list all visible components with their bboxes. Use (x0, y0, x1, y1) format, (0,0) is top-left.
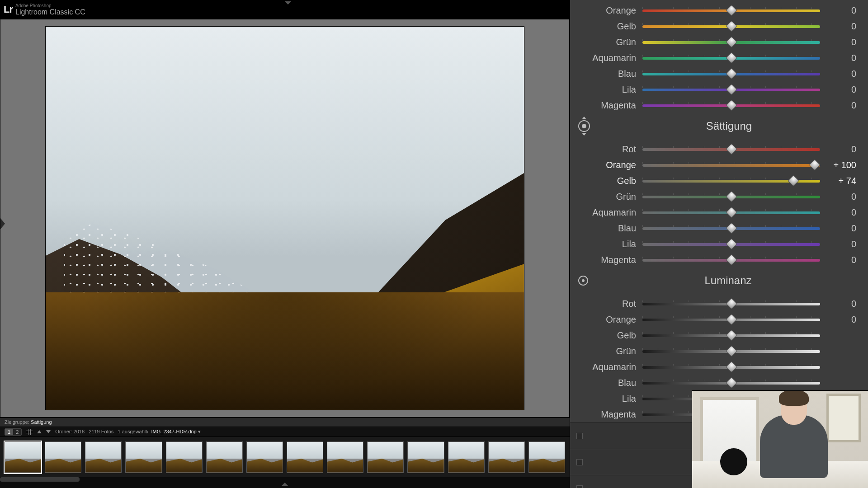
slider-track[interactable] (642, 334, 820, 337)
slider-track[interactable] (642, 9, 820, 12)
slider-value[interactable]: 0 (820, 84, 856, 95)
filmstrip-thumb[interactable] (45, 441, 81, 473)
slider-value[interactable]: 0 (820, 53, 856, 63)
slider-track[interactable] (642, 382, 820, 385)
bottom-panel-collapse-icon[interactable] (0, 482, 570, 488)
filmstrip-thumb[interactable] (367, 441, 404, 473)
slider-thumb[interactable] (726, 52, 737, 63)
filmstrip-thumb[interactable] (206, 441, 243, 473)
panel-toggle-icon[interactable] (576, 485, 583, 488)
slider-value[interactable]: + 100 (820, 160, 856, 170)
slider-track[interactable] (642, 73, 820, 75)
status-prefix: Zielgruppe: (5, 419, 29, 425)
slider-thumb[interactable] (788, 175, 799, 186)
slider-thumb[interactable] (726, 143, 737, 155)
slider-thumb[interactable] (726, 68, 737, 79)
slider-track[interactable] (642, 303, 820, 305)
slider-thumb[interactable] (726, 238, 737, 249)
filmstrip-thumb[interactable] (448, 441, 485, 473)
filmstrip-thumb[interactable] (528, 441, 565, 473)
slider-track[interactable] (642, 227, 820, 230)
slider-thumb[interactable] (726, 20, 737, 32)
sort-asc-icon[interactable] (37, 430, 42, 433)
hue-slider-blau: Blau0 (570, 66, 868, 82)
filmstrip-thumb[interactable] (246, 441, 283, 473)
view-segment[interactable]: 1 2 (5, 428, 22, 436)
slider-track[interactable] (642, 25, 820, 28)
slider-value[interactable]: 0 (820, 207, 856, 218)
filmstrip-thumb[interactable] (488, 441, 525, 473)
slider-value[interactable]: 0 (820, 21, 856, 32)
slider-thumb[interactable] (726, 5, 737, 16)
filmstrip-thumb[interactable] (5, 441, 41, 473)
slider-value[interactable]: 0 (820, 37, 856, 47)
slider-track[interactable] (642, 180, 820, 183)
view-seg-2[interactable]: 2 (13, 429, 21, 435)
slider-track[interactable] (642, 164, 820, 167)
slider-value[interactable]: 0 (820, 239, 856, 249)
slider-value[interactable]: 0 (820, 314, 856, 325)
slider-value[interactable]: 0 (820, 5, 856, 16)
panel-toggle-icon[interactable] (576, 433, 583, 439)
slider-thumb[interactable] (726, 314, 737, 325)
saturation-slider-grün: Grün0 (570, 189, 868, 205)
top-panel-collapse-icon[interactable] (285, 1, 291, 5)
slider-value[interactable]: 0 (820, 255, 856, 265)
slider-value[interactable]: 0 (820, 100, 856, 111)
slider-label: Lila (570, 239, 642, 249)
filmstrip-thumb[interactable] (407, 441, 444, 473)
filmstrip-thumb[interactable] (125, 441, 162, 473)
slider-thumb[interactable] (726, 36, 737, 47)
slider-thumb[interactable] (726, 191, 737, 202)
slider-track[interactable] (642, 57, 820, 60)
filmstrip-thumb[interactable] (166, 441, 203, 473)
slider-thumb[interactable] (726, 361, 737, 372)
slider-track[interactable] (642, 350, 820, 353)
slider-track[interactable] (642, 211, 820, 214)
slider-track[interactable] (642, 41, 820, 44)
filmstrip[interactable] (0, 436, 570, 477)
slider-label: Grün (570, 37, 642, 47)
image-canvas[interactable] (0, 19, 570, 418)
slider-thumb[interactable] (726, 298, 737, 309)
preview-image[interactable] (45, 26, 524, 410)
targeted-adjustment-icon[interactable] (578, 276, 588, 286)
slider-track[interactable] (642, 196, 820, 198)
slider-thumb[interactable] (726, 254, 737, 265)
slider-thumb[interactable] (726, 377, 737, 388)
slider-track[interactable] (642, 259, 820, 262)
slider-value[interactable]: 0 (820, 192, 856, 202)
slider-track[interactable] (642, 243, 820, 246)
slider-thumb[interactable] (726, 329, 737, 341)
slider-thumb[interactable] (726, 345, 737, 357)
filmstrip-thumb[interactable] (287, 441, 323, 473)
slider-value[interactable]: + 74 (820, 176, 856, 186)
slider-value[interactable]: 0 (820, 69, 856, 79)
slider-thumb[interactable] (726, 206, 737, 218)
slider-track[interactable] (642, 104, 820, 107)
slider-track[interactable] (642, 319, 820, 321)
filmstrip-scrollbar[interactable] (0, 477, 570, 482)
slider-track[interactable] (642, 366, 820, 369)
slider-thumb[interactable] (726, 222, 737, 234)
view-seg-1[interactable]: 1 (5, 429, 13, 435)
app-logo: Lr (4, 4, 13, 15)
slider-value[interactable]: 0 (820, 299, 856, 309)
panel-toggle-icon[interactable] (576, 459, 583, 465)
slider-track[interactable] (642, 89, 820, 91)
breadcrumb[interactable]: Ordner: 2018 2119 Fotos 1 ausgewählt/ IM… (55, 429, 201, 435)
hue-slider-magenta: Magenta0 (570, 98, 868, 113)
filmstrip-thumb[interactable] (327, 441, 363, 473)
slider-thumb[interactable] (726, 84, 737, 95)
left-panel-expand-icon[interactable] (0, 218, 5, 229)
slider-thumb[interactable] (809, 159, 820, 170)
slider-value[interactable]: 0 (820, 223, 856, 234)
grid-view-icon[interactable] (26, 429, 33, 435)
breadcrumb-caret-icon[interactable]: ▾ (198, 429, 201, 434)
filmstrip-thumb[interactable] (85, 441, 122, 473)
slider-thumb[interactable] (726, 99, 737, 111)
targeted-adjustment-icon[interactable] (578, 120, 590, 132)
sort-desc-icon[interactable] (46, 430, 51, 433)
slider-value[interactable]: 0 (820, 144, 856, 155)
slider-track[interactable] (642, 148, 820, 151)
